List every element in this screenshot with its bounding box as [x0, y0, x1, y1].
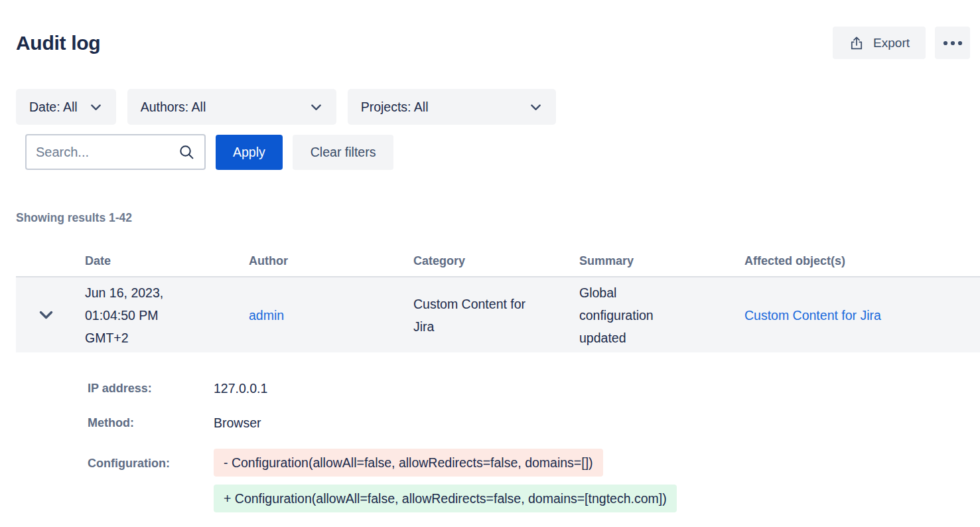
column-header-affected: Affected object(s): [744, 254, 980, 267]
ellipsis-icon: [943, 40, 963, 46]
ip-address-label: IP address:: [88, 380, 214, 398]
chevron-down-icon: [529, 101, 543, 113]
row-expander-cell: [16, 308, 85, 323]
table-header-row: Date Author Category Summary Affected ob…: [16, 254, 980, 276]
audit-log-page: Audit log Export: [0, 0, 980, 512]
cell-author: admin: [249, 304, 413, 327]
configuration-removed-line: - Configuration(allowAll=false, allowRed…: [214, 449, 603, 477]
affected-object-link[interactable]: Custom Content for Jira: [744, 308, 881, 323]
chevron-down-icon: [39, 311, 53, 320]
configuration-diff: - Configuration(allowAll=false, allowRed…: [214, 449, 677, 512]
chevron-down-icon: [309, 101, 323, 113]
cell-summary: Global configuration updated: [579, 281, 744, 349]
page-header: Audit log Export: [0, 0, 980, 59]
more-actions-button[interactable]: [935, 27, 970, 59]
projects-filter-dropdown[interactable]: Projects: All: [348, 89, 556, 125]
configuration-added-line: + Configuration(allowAll=false, allowRed…: [214, 485, 677, 512]
method-value: Browser: [214, 414, 261, 432]
search-row: Apply Clear filters: [25, 134, 980, 170]
audit-log-table: Date Author Category Summary Affected ob…: [16, 254, 980, 512]
projects-filter-label: Projects: All: [361, 100, 429, 115]
configuration-label: Configuration:: [88, 449, 214, 473]
header-actions: Export: [833, 27, 970, 59]
date-filter-dropdown[interactable]: Date: All: [16, 89, 116, 125]
search-icon: [178, 144, 195, 161]
detail-row-configuration: Configuration: - Configuration(allowAll=…: [88, 449, 980, 512]
cell-category: Custom Content for Jira: [413, 293, 579, 338]
apply-button[interactable]: Apply: [216, 135, 283, 170]
author-link[interactable]: admin: [249, 308, 284, 323]
upload-icon: [849, 35, 865, 51]
detail-row-method: Method: Browser: [88, 414, 980, 432]
cell-affected-objects: Custom Content for Jira: [744, 304, 980, 327]
filter-bar: Date: All Authors: All Projects: All: [16, 89, 980, 125]
table-row: Jun 16, 2023, 01:04:50 PM GMT+2 admin Cu…: [16, 276, 980, 352]
row-collapse-button[interactable]: [36, 308, 56, 323]
export-button[interactable]: Export: [833, 27, 926, 59]
page-title: Audit log: [16, 32, 100, 54]
chevron-down-icon: [89, 101, 103, 113]
column-header-author: Author: [249, 254, 413, 267]
authors-filter-dropdown[interactable]: Authors: All: [127, 89, 336, 125]
cell-date: Jun 16, 2023, 01:04:50 PM GMT+2: [85, 281, 249, 349]
export-button-label: Export: [873, 36, 910, 50]
row-details: IP address: 127.0.0.1 Method: Browser Co…: [88, 380, 980, 512]
column-header-expander: [16, 254, 85, 267]
results-summary: Showing results 1-42: [16, 211, 980, 225]
clear-filters-button[interactable]: Clear filters: [293, 135, 394, 170]
search-input[interactable]: [36, 145, 178, 160]
authors-filter-label: Authors: All: [141, 100, 206, 115]
date-filter-label: Date: All: [29, 100, 78, 115]
search-box: [25, 134, 206, 170]
method-label: Method:: [88, 414, 214, 432]
column-header-summary: Summary: [579, 254, 744, 267]
column-header-category: Category: [413, 254, 579, 267]
detail-row-ip: IP address: 127.0.0.1: [88, 380, 980, 398]
ip-address-value: 127.0.0.1: [214, 380, 267, 398]
column-header-date: Date: [85, 254, 249, 267]
